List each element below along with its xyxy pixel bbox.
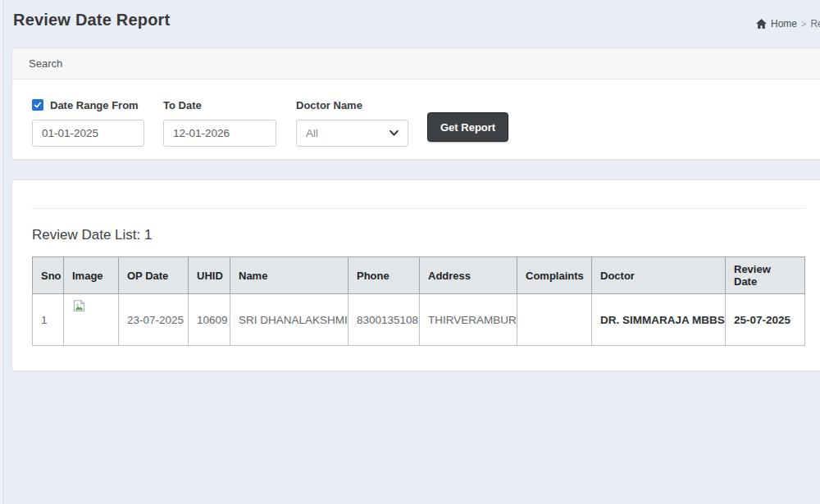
column-header-review-date: Review Date <box>726 257 805 294</box>
cell-sno: 1 <box>33 294 64 346</box>
breadcrumb-separator: > <box>801 19 806 29</box>
field-to-date: To Date <box>163 98 276 147</box>
page-title: Review Date Report <box>13 11 809 30</box>
review-date-list-title: Review Date List: 1 <box>32 227 806 243</box>
column-header-op-date: OP Date <box>119 257 189 294</box>
get-report-button[interactable]: Get Report <box>427 112 508 142</box>
breadcrumb: Home > Report <box>756 18 820 30</box>
cell-doctor: DR. SIMMARAJA MBBS <box>592 294 726 346</box>
chevron-down-icon <box>390 130 399 136</box>
search-panel-body: Date Range From To Date Doctor Name All <box>12 79 820 159</box>
column-header-doctor: Doctor <box>592 257 726 294</box>
table-header-row: Sno Image OP Date UHID Name Phone Addres… <box>33 257 805 294</box>
cell-phone: 8300135108 <box>348 294 420 346</box>
to-date-label: To Date <box>163 99 202 111</box>
field-date-range-from: Date Range From <box>32 98 144 147</box>
doctor-name-select[interactable]: All <box>296 120 408 147</box>
page-header: Review Date Report Home > Report <box>0 0 820 37</box>
date-range-checkbox[interactable] <box>32 99 43 111</box>
column-header-name: Name <box>230 257 348 294</box>
breadcrumb-current: Report <box>810 18 820 30</box>
date-range-from-input[interactable] <box>32 120 144 147</box>
doctor-name-selected-value: All <box>306 127 318 139</box>
check-icon <box>34 101 42 109</box>
report-panel-body: Review Date List: 1 Sno Image OP Date UH… <box>12 180 820 370</box>
column-header-image: Image <box>64 257 119 294</box>
breadcrumb-home[interactable]: Home <box>771 18 797 30</box>
column-header-complaints: Complaints <box>517 257 592 294</box>
cell-address: THIRVERAMBUR <box>420 294 517 346</box>
cell-op-date: 23-07-2025 <box>119 294 189 346</box>
cell-complaints <box>517 294 592 346</box>
sidebar-edge <box>0 0 3 504</box>
cell-review-date: 25-07-2025 <box>726 294 805 346</box>
search-panel-header: Search <box>12 48 820 79</box>
column-header-address: Address <box>420 257 517 294</box>
column-header-phone: Phone <box>348 257 420 294</box>
cell-name: SRI DHANALAKSHMI <box>230 294 348 346</box>
table-row: 1 23-07-2025 10609 SRI D <box>33 294 805 346</box>
date-range-from-label: Date Range From <box>50 99 139 111</box>
field-doctor-name: Doctor Name All <box>296 98 408 147</box>
divider <box>32 208 806 209</box>
review-date-table: Sno Image OP Date UHID Name Phone Addres… <box>32 257 805 346</box>
column-header-sno: Sno <box>33 257 64 294</box>
filter-form: Date Range From To Date Doctor Name All <box>32 98 806 147</box>
search-panel: Search Date Range From To Date <box>11 48 820 160</box>
doctor-name-label: Doctor Name <box>296 99 362 111</box>
column-header-uhid: UHID <box>189 257 230 294</box>
cell-image <box>64 294 119 346</box>
broken-image-icon <box>72 299 86 313</box>
home-icon <box>756 19 767 29</box>
cell-uhid: 10609 <box>189 294 230 346</box>
to-date-input[interactable] <box>163 120 276 147</box>
report-panel: Review Date List: 1 Sno Image OP Date UH… <box>11 179 820 371</box>
